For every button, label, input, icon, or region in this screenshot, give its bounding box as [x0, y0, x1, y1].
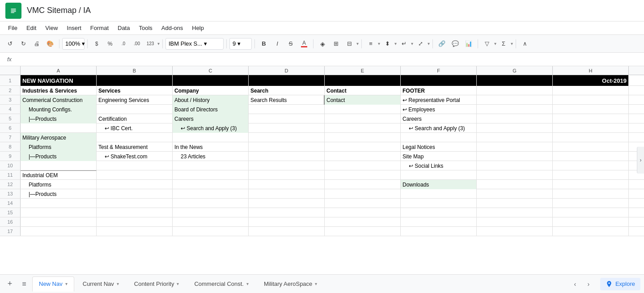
- cell-f11[interactable]: [401, 170, 477, 180]
- cell-c4[interactable]: Board of Directors: [173, 105, 249, 114]
- cell-a8[interactable]: Platforms: [21, 142, 97, 152]
- menu-format[interactable]: Format: [86, 23, 113, 33]
- sheet-next-button[interactable]: ›: [582, 278, 595, 290]
- cell-g9[interactable]: [477, 152, 553, 161]
- cell-a2[interactable]: Industries & Services: [21, 86, 97, 95]
- sidebar-collapse-button[interactable]: ›: [637, 147, 644, 174]
- chart-button[interactable]: 📊: [462, 38, 475, 50]
- menu-file[interactable]: File: [4, 23, 22, 33]
- rotate-button[interactable]: ⤢: [414, 38, 427, 50]
- cell-c2[interactable]: Company: [173, 86, 249, 95]
- font-name-dropdown[interactable]: IBM Plex S... ▾: [165, 38, 224, 50]
- decimal-decrease-button[interactable]: .0: [117, 38, 130, 50]
- cell-g4[interactable]: [477, 105, 553, 114]
- cell-e2[interactable]: Contact: [325, 86, 401, 95]
- cell-a6[interactable]: [21, 123, 97, 133]
- collapse-toolbar-button[interactable]: ∧: [519, 38, 531, 50]
- format-number-button[interactable]: 123: [144, 38, 157, 50]
- cell-c13[interactable]: [173, 189, 249, 199]
- cell-d11[interactable]: [249, 170, 325, 180]
- zoom-dropdown[interactable]: 100% ▾: [62, 38, 85, 50]
- col-header-e[interactable]: E: [325, 66, 401, 75]
- menu-data[interactable]: Data: [113, 23, 134, 33]
- valign-button[interactable]: ⬍: [381, 38, 394, 50]
- cell-h12[interactable]: [553, 180, 629, 189]
- cell-g13[interactable]: [477, 189, 553, 199]
- bold-button[interactable]: B: [258, 38, 270, 50]
- tab-new-nav[interactable]: New Nav ▾: [32, 276, 74, 292]
- cell-g6[interactable]: [477, 123, 553, 133]
- redo-button[interactable]: ↻: [17, 38, 30, 50]
- cell-d13[interactable]: [249, 189, 325, 199]
- menu-view[interactable]: View: [41, 23, 62, 33]
- cell-g10[interactable]: [477, 161, 553, 170]
- cell-e10[interactable]: [325, 161, 401, 170]
- cell-d5[interactable]: [249, 114, 325, 123]
- italic-button[interactable]: I: [271, 38, 284, 50]
- cell-g12[interactable]: [477, 180, 553, 189]
- cell-b9[interactable]: ↩ ShakeTest.com: [97, 152, 173, 161]
- cell-g2[interactable]: [477, 86, 553, 95]
- cell-b10[interactable]: [97, 161, 173, 170]
- cell-d3[interactable]: Search Results: [249, 95, 325, 105]
- sheet-prev-button[interactable]: ‹: [569, 278, 581, 290]
- cell-h8[interactable]: [553, 142, 629, 152]
- sheet-menu-button[interactable]: ≡: [18, 278, 30, 290]
- cell-f5[interactable]: Careers: [401, 114, 477, 123]
- currency-button[interactable]: $: [90, 38, 103, 50]
- cell-a9[interactable]: |—Products: [21, 152, 97, 161]
- cell-a1[interactable]: NEW NAVIGATION: [21, 75, 97, 86]
- cell-h4[interactable]: [553, 105, 629, 114]
- tab-current-nav[interactable]: Current Nav ▾: [76, 276, 126, 292]
- link-button[interactable]: 🔗: [436, 38, 448, 50]
- cell-f3[interactable]: ↩ Representative Portal: [401, 95, 477, 105]
- cell-c1[interactable]: [173, 75, 249, 86]
- cell-e4[interactable]: [325, 105, 401, 114]
- cell-e11[interactable]: [325, 170, 401, 180]
- menu-tools[interactable]: Tools: [134, 23, 157, 33]
- cell-a12[interactable]: Platforms: [21, 180, 97, 189]
- cell-d7[interactable]: [249, 133, 325, 142]
- cell-f2[interactable]: FOOTER: [401, 86, 477, 95]
- cell-b13[interactable]: [97, 189, 173, 199]
- cell-c5[interactable]: Careers: [173, 114, 249, 123]
- cell-h10[interactable]: [553, 161, 629, 170]
- tab-military-aerospace[interactable]: Military AeroSpace ▾: [257, 276, 324, 292]
- cell-g3[interactable]: [477, 95, 553, 105]
- tab-current-nav-dropdown[interactable]: ▾: [117, 281, 119, 286]
- cell-f4[interactable]: ↩ Employees: [401, 105, 477, 114]
- tab-content-priority[interactable]: Content Priority ▾: [127, 276, 186, 292]
- cell-h9[interactable]: [553, 152, 629, 161]
- cell-g8[interactable]: [477, 142, 553, 152]
- cell-h1[interactable]: Oct-2019: [553, 75, 629, 86]
- cell-d9[interactable]: [249, 152, 325, 161]
- percent-button[interactable]: %: [104, 38, 116, 50]
- cell-h7[interactable]: [553, 133, 629, 142]
- fill-color-button[interactable]: ◈: [316, 38, 329, 50]
- cell-f6[interactable]: ↩ Search and Apply (3): [401, 123, 477, 133]
- menu-insert[interactable]: Insert: [62, 23, 86, 33]
- cell-b6[interactable]: ↩ IBC Cert.: [97, 123, 173, 133]
- filter-button[interactable]: ▽: [481, 38, 493, 50]
- menu-addons[interactable]: Add-ons: [157, 23, 187, 33]
- cell-f8[interactable]: Legal Notices: [401, 142, 477, 152]
- cell-c10[interactable]: [173, 161, 249, 170]
- cell-b1[interactable]: [97, 75, 173, 86]
- cell-e13[interactable]: [325, 189, 401, 199]
- cell-g1[interactable]: [477, 75, 553, 86]
- cell-a3[interactable]: Commerical Construction: [21, 95, 97, 105]
- font-size-dropdown[interactable]: 9 ▾: [229, 38, 252, 50]
- cell-f1[interactable]: [401, 75, 477, 86]
- cell-a13[interactable]: |—Products: [21, 189, 97, 199]
- cell-f9[interactable]: Site Map: [401, 152, 477, 161]
- cell-b12[interactable]: [97, 180, 173, 189]
- cell-e8[interactable]: [325, 142, 401, 152]
- cell-h11[interactable]: [553, 170, 629, 180]
- cell-g11[interactable]: [477, 170, 553, 180]
- font-color-button[interactable]: A: [298, 38, 310, 50]
- cell-d6[interactable]: [249, 123, 325, 133]
- cell-b8[interactable]: Test & Measurement: [97, 142, 173, 152]
- cell-f13[interactable]: [401, 189, 477, 199]
- decimal-increase-button[interactable]: .00: [131, 38, 143, 50]
- cell-h3[interactable]: [553, 95, 629, 105]
